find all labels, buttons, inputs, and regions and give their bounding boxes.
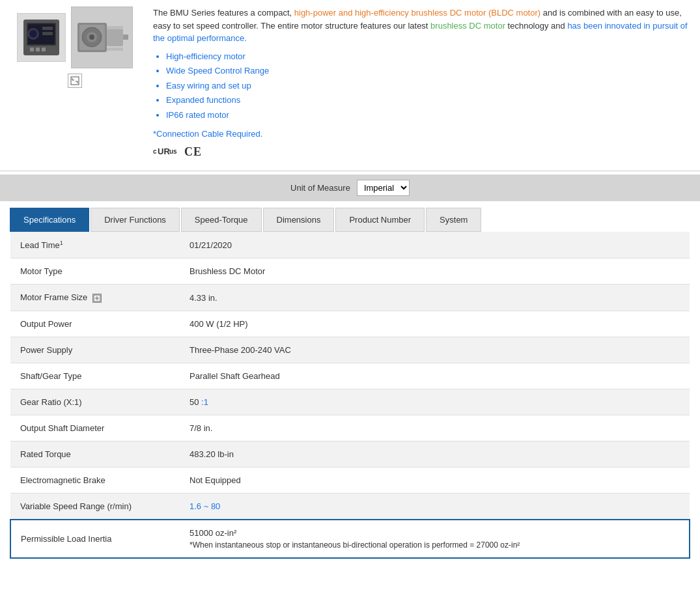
section-divider	[0, 171, 700, 171]
svg-text:us: us	[169, 148, 177, 155]
spec-label-gear-ratio: Gear Ratio (X:1)	[10, 389, 180, 415]
spec-row-permissible-load-inertia: Permissible Load Inertia 51000 oz-in² *W…	[10, 520, 690, 558]
frame-size-icon	[92, 294, 102, 303]
unit-of-measure-bar: Unit of Measure Imperial Metric	[0, 175, 700, 201]
tab-dimensions[interactable]: Dimensions	[263, 208, 335, 232]
feature-list: High-efficiency motor Wide Speed Control…	[166, 50, 690, 122]
svg-rect-3	[30, 48, 34, 51]
spec-row-motor-frame-size: Motor Frame Size 4.33 in.	[10, 285, 690, 311]
spec-value-electromagnetic-brake: Not Equipped	[180, 467, 690, 493]
motor-gearhead-image	[71, 7, 133, 68]
svg-rect-19	[71, 77, 79, 85]
description-text: The BMU Series features a compact, high-…	[153, 7, 690, 45]
spec-value-power-supply: Three-Phase 200-240 VAC	[180, 337, 690, 363]
svg-rect-8	[42, 27, 53, 30]
certifications: c UR us CE	[153, 143, 690, 161]
svg-text:UR: UR	[158, 147, 170, 156]
spec-row-variable-speed-range: Variable Speed Range (r/min) 1.6 ~ 80	[10, 493, 690, 520]
product-section: The BMU Series features a compact, high-…	[0, 0, 700, 167]
motor-controller-image	[17, 13, 66, 62]
svg-rect-4	[36, 48, 40, 51]
spec-row-shaft-gear-type: Shaft/Gear Type Parallel Shaft Gearhead	[10, 363, 690, 389]
spec-row-output-shaft-diameter: Output Shaft Diameter 7/8 in.	[10, 415, 690, 441]
feature-item: High-efficiency motor	[166, 50, 690, 63]
spec-value-permissible-load-inertia: 51000 oz-in² *When instantaneous stop or…	[180, 520, 690, 558]
spec-label-motor-type: Motor Type	[10, 259, 180, 285]
spec-row-output-power: Output Power 400 W (1/2 HP)	[10, 311, 690, 337]
svg-rect-16	[123, 35, 128, 40]
spec-label-output-shaft-diameter: Output Shaft Diameter	[10, 415, 180, 441]
spec-value-lead-time: 01/21/2020	[180, 232, 690, 259]
permissible-load-note: *When instantaneous stop or instantaneou…	[189, 540, 679, 550]
ce-cert: CE	[184, 143, 202, 161]
svg-rect-9	[42, 32, 53, 35]
spec-label-power-supply: Power Supply	[10, 337, 180, 363]
spec-value-motor-frame-size: 4.33 in.	[180, 285, 690, 311]
spec-row-power-supply: Power Supply Three-Phase 200-240 VAC	[10, 337, 690, 363]
specifications-table: Lead Time1 01/21/2020 Motor Type Brushle…	[10, 232, 690, 559]
feature-item: Easy wiring and set up	[166, 79, 690, 92]
svg-rect-5	[42, 48, 46, 51]
spec-row-motor-type: Motor Type Brushless DC Motor	[10, 259, 690, 285]
spec-label-variable-speed-range: Variable Speed Range (r/min)	[10, 493, 180, 520]
spec-row-electromagnetic-brake: Electromagnetic Brake Not Equipped	[10, 467, 690, 493]
variable-speed-link[interactable]: 1.6 ~ 80	[189, 501, 220, 511]
spec-value-rated-torque: 483.20 lb-in	[180, 441, 690, 467]
spec-label-motor-frame-size: Motor Frame Size	[10, 285, 180, 311]
spec-row-rated-torque: Rated Torque 483.20 lb-in	[10, 441, 690, 467]
spec-value-motor-type: Brushless DC Motor	[180, 259, 690, 285]
spec-label-lead-time: Lead Time1	[10, 232, 180, 259]
spec-value-variable-speed-range: 1.6 ~ 80	[180, 493, 690, 520]
tabs-container: Specifications Driver Functions Speed-To…	[10, 208, 690, 232]
unit-of-measure-select[interactable]: Imperial Metric	[357, 180, 410, 196]
spec-value-gear-ratio: 50 :1	[180, 389, 690, 415]
tab-driver-functions[interactable]: Driver Functions	[91, 208, 180, 232]
svg-rect-17	[107, 26, 123, 29]
expand-image-button[interactable]	[68, 74, 82, 88]
main-content: Specifications Driver Functions Speed-To…	[0, 208, 700, 559]
svg-rect-15	[107, 28, 123, 46]
spec-value-output-power: 400 W (1/2 HP)	[180, 311, 690, 337]
connection-note: *Connection Cable Required.	[153, 128, 690, 141]
spec-label-shaft-gear-type: Shaft/Gear Type	[10, 363, 180, 389]
feature-item: Wide Speed Control Range	[166, 64, 690, 77]
tab-system[interactable]: System	[426, 208, 481, 232]
tab-speed-torque[interactable]: Speed-Torque	[181, 208, 262, 232]
product-images-row	[17, 7, 133, 68]
product-images	[10, 7, 140, 88]
tab-specifications[interactable]: Specifications	[10, 208, 89, 232]
svg-point-7	[30, 31, 36, 37]
unit-of-measure-label: Unit of Measure	[290, 183, 350, 193]
spec-label-electromagnetic-brake: Electromagnetic Brake	[10, 467, 180, 493]
spec-label-rated-torque: Rated Torque	[10, 441, 180, 467]
feature-item: IP66 rated motor	[166, 109, 690, 122]
svg-point-14	[89, 35, 94, 40]
ul-cert: c UR us	[153, 143, 179, 161]
tab-product-number[interactable]: Product Number	[335, 208, 425, 232]
spec-row-gear-ratio: Gear Ratio (X:1) 50 :1	[10, 389, 690, 415]
spec-value-output-shaft-diameter: 7/8 in.	[180, 415, 690, 441]
svg-rect-18	[107, 48, 123, 51]
svg-text:c: c	[153, 148, 157, 155]
spec-label-permissible-load-inertia: Permissible Load Inertia	[10, 520, 180, 558]
spec-value-shaft-gear-type: Parallel Shaft Gearhead	[180, 363, 690, 389]
feature-item: Expanded functions	[166, 94, 690, 107]
spec-row-lead-time: Lead Time1 01/21/2020	[10, 232, 690, 259]
product-description: The BMU Series features a compact, high-…	[153, 7, 690, 161]
spec-label-output-power: Output Power	[10, 311, 180, 337]
